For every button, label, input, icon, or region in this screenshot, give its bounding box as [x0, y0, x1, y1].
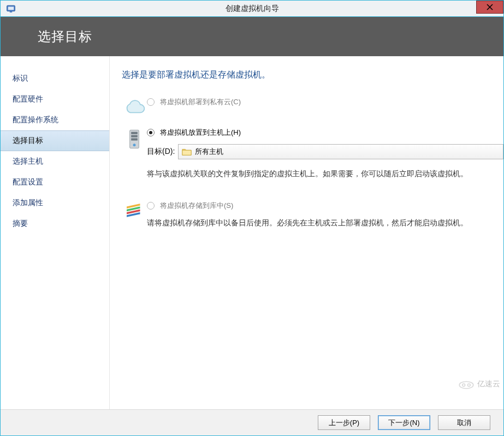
radio-label: 将虚拟机放置到主机上(H)	[160, 128, 241, 138]
cancel-button[interactable]: 取消	[438, 415, 490, 430]
next-button[interactable]: 下一步(N)	[378, 415, 430, 430]
step-select-host[interactable]: 选择主机	[1, 151, 109, 172]
svg-rect-1	[8, 7, 14, 10]
page-title: 选择目标	[38, 28, 92, 45]
svg-point-11	[463, 384, 465, 386]
svg-point-9	[133, 144, 136, 146]
option-store-library: 将虚拟机存储到库中(S) 请将虚拟机存储到库中以备日后使用。必须先在主机或云上部…	[122, 200, 503, 243]
svg-rect-6	[131, 132, 138, 134]
header-band: 选择目标	[1, 17, 503, 56]
close-button[interactable]	[476, 1, 503, 14]
step-configure-hardware[interactable]: 配置硬件	[1, 89, 109, 110]
library-description: 请将虚拟机存储到库中以备日后使用。必须先在主机或云上部署虚拟机，然后才能启动虚拟…	[147, 217, 503, 229]
wizard-body: 标识 配置硬件 配置操作系统 选择目标 选择主机 配置设置 添加属性 摘要 选择…	[1, 56, 503, 409]
folder-icon	[182, 147, 192, 156]
wizard-footer: 上一步(P) 下一步(N) 取消	[1, 409, 503, 435]
cloud-icon	[122, 96, 147, 121]
step-select-destination[interactable]: 选择目标	[1, 130, 109, 151]
close-icon	[487, 4, 493, 10]
step-identify[interactable]: 标识	[1, 68, 109, 89]
radio-place-host[interactable]: 将虚拟机放置到主机上(H)	[147, 128, 503, 138]
target-row: 目标(D): 所有主机	[147, 144, 503, 159]
radio-icon	[147, 98, 155, 106]
host-description: 将与该虚拟机关联的文件复制到指定的虚拟主机上。如果需要，你可以随后立即启动该虚拟…	[147, 168, 503, 180]
option-deploy-cloud: 将虚拟机部署到私有云(C)	[122, 96, 503, 121]
radio-deploy-cloud: 将虚拟机部署到私有云(C)	[147, 97, 503, 107]
content-pane: 选择是要部署虚拟机还是存储虚拟机。 将虚拟机部署到私有云(C)	[110, 56, 503, 409]
step-add-properties[interactable]: 添加属性	[1, 193, 109, 213]
svg-rect-8	[131, 138, 138, 140]
radio-icon	[147, 129, 155, 136]
step-configure-settings[interactable]: 配置设置	[1, 172, 109, 193]
wizard-window: 创建虚拟机向导 选择目标 标识 配置硬件 配置操作系统 选择目标 选择主机 配置…	[0, 0, 504, 436]
title-bar: 创建虚拟机向导	[1, 1, 503, 17]
dropdown-value: 所有主机	[195, 147, 223, 157]
watermark: 亿速云	[458, 379, 500, 390]
svg-point-12	[467, 384, 470, 386]
target-label: 目标(D):	[147, 147, 175, 157]
radio-label: 将虚拟机部署到私有云(C)	[160, 97, 241, 107]
target-dropdown[interactable]: 所有主机	[178, 144, 503, 159]
step-configure-os[interactable]: 配置操作系统	[1, 110, 109, 130]
content-heading: 选择是要部署虚拟机还是存储虚拟机。	[122, 69, 503, 81]
wizard-steps-sidebar: 标识 配置硬件 配置操作系统 选择目标 选择主机 配置设置 添加属性 摘要	[1, 56, 110, 409]
radio-store-library: 将虚拟机存储到库中(S)	[147, 201, 503, 211]
svg-rect-7	[131, 135, 138, 138]
server-icon	[122, 127, 147, 152]
previous-button[interactable]: 上一步(P)	[318, 415, 370, 430]
library-icon	[122, 200, 147, 225]
option-place-host: 将虚拟机放置到主机上(H) 目标(D): 所有主机	[122, 127, 503, 194]
app-icon	[5, 3, 17, 15]
step-summary[interactable]: 摘要	[1, 213, 109, 234]
svg-rect-2	[10, 11, 13, 12]
radio-label: 将虚拟机存储到库中(S)	[160, 201, 233, 211]
svg-point-10	[459, 381, 473, 389]
radio-icon	[147, 202, 155, 210]
watermark-text: 亿速云	[477, 379, 500, 389]
window-title: 创建虚拟机向导	[1, 4, 503, 14]
